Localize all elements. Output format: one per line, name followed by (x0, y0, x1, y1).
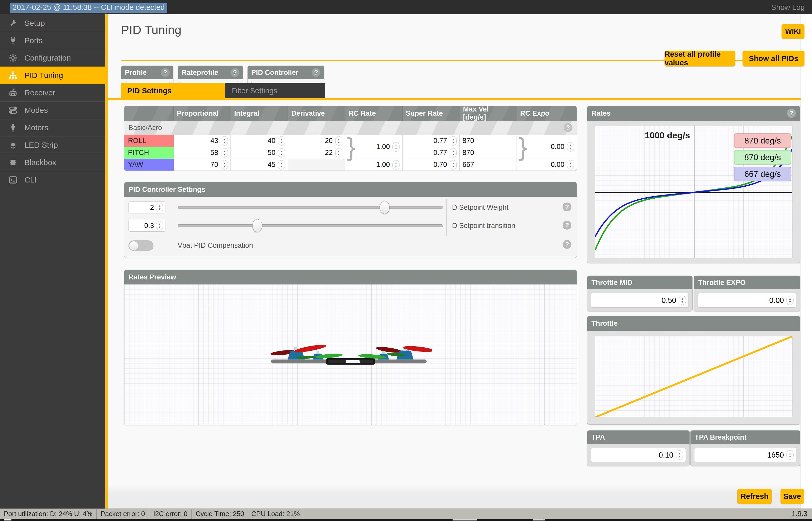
sidebar-item-receiver[interactable]: Receiver (0, 84, 105, 101)
sidebar-item-cli[interactable]: CLI (0, 171, 105, 188)
rates-preview-canvas[interactable] (124, 285, 577, 425)
sidebar-item-blackbox[interactable]: Blackbox (0, 154, 105, 171)
pid-table: Proportional Integral Derivative RC Rate… (124, 106, 577, 171)
stepper-icon[interactable]: ▴▾ (676, 450, 683, 460)
sidebar-item-label: Configuration (24, 53, 71, 62)
group-label: Basic/Acro (129, 124, 162, 132)
stepper-icon[interactable]: ▴▾ (567, 160, 574, 169)
stepper-icon[interactable]: ▴▾ (393, 142, 399, 152)
column-header-axis (124, 106, 174, 121)
stepper-icon[interactable]: ▴▾ (393, 160, 399, 169)
roll-d-input[interactable]: 20▴▾ (288, 135, 345, 146)
log-message: 2017-02-25 @ 11:58:38 -- CLI mode detect… (10, 3, 167, 13)
help-icon[interactable]: ? (312, 68, 321, 77)
tpa-input[interactable]: 0.10▴▾ (591, 448, 686, 462)
stepper-icon[interactable]: ▴▾ (787, 450, 793, 460)
sidebar-item-pid-tuning[interactable]: PID Tuning (0, 67, 105, 84)
panel-title: Throttle MID (591, 279, 632, 287)
pitch-p-input[interactable]: 58▴▾ (174, 146, 231, 159)
help-icon[interactable]: ? (231, 68, 239, 77)
help-icon[interactable]: ? (563, 240, 571, 249)
help-icon[interactable]: ? (161, 68, 170, 77)
slider-thumb[interactable] (380, 201, 390, 214)
pitch-super-rate-input[interactable]: 0.77▴▾ (403, 146, 460, 159)
stepper-icon[interactable]: ▴▾ (156, 221, 163, 230)
roll-i-input[interactable]: 40▴▾ (231, 135, 288, 146)
roll-super-rate-input[interactable]: 0.77▴▾ (403, 135, 460, 146)
sidebar: Setup Ports Configuration PID Tuning Rec… (0, 14, 105, 508)
sidebar-item-ports[interactable]: Ports (0, 32, 105, 49)
d-setpoint-transition-label: D Setpoint transition (452, 222, 515, 230)
d-setpoint-weight-input[interactable]: 2▴▾ (129, 202, 166, 213)
stepper-icon[interactable]: ▴▾ (278, 148, 285, 158)
toggle-knob (129, 241, 138, 250)
stepper-icon[interactable]: ▴▾ (450, 160, 457, 169)
rates-panel: Rates? 1000 deg/s 870 deg/s 870 deg/s 66… (587, 106, 800, 263)
stepper-icon[interactable]: ▴▾ (278, 160, 285, 169)
wiki-button[interactable]: WIKI (782, 24, 805, 39)
stepper-icon[interactable]: ▴▾ (278, 136, 285, 145)
bottom-window-edge (0, 519, 812, 521)
yaw-super-rate-input[interactable]: 0.70▴▾ (403, 159, 460, 171)
pid-controller-settings-panel: PID Controller Settings 2▴▾ D Setpoint W… (124, 182, 577, 258)
tab-filter-settings[interactable]: Filter Settings (225, 83, 325, 98)
roll-p-input[interactable]: 43▴▾ (174, 135, 231, 146)
stepper-icon[interactable]: ▴▾ (221, 148, 228, 158)
status-cpu-load: CPU Load: 21% (248, 509, 303, 519)
column-header-rc-expo: RC Expo (517, 106, 577, 121)
stepper-icon[interactable]: ▴▾ (221, 160, 228, 169)
d-setpoint-transition-input[interactable]: 0.3▴▾ (129, 220, 166, 232)
show-all-pids-button[interactable]: Show all PIDs (743, 51, 805, 66)
plug-icon (8, 36, 18, 45)
sidebar-item-led-strip[interactable]: LED Strip (0, 136, 105, 154)
sidebar-item-label: CLI (24, 176, 37, 184)
column-header-max-vel: Max Vel [deg/s] (460, 106, 517, 121)
d-setpoint-weight-slider[interactable] (178, 206, 443, 209)
sitemap-icon (8, 71, 18, 80)
sidebar-item-label: Blackbox (24, 158, 56, 167)
reset-all-profile-values-button[interactable]: Reset all profile values (664, 51, 735, 66)
tab-pid-settings[interactable]: PID Settings (121, 83, 225, 98)
save-button[interactable]: Save (781, 489, 804, 504)
yaw-i-input[interactable]: 45▴▾ (231, 159, 288, 171)
roll-max-vel-value: 870 (460, 135, 517, 146)
yaw-max-vel-value: 667 (460, 159, 517, 171)
stepper-icon[interactable]: ▴▾ (221, 136, 228, 145)
pitch-d-input[interactable]: 22▴▾ (288, 146, 345, 159)
throttle-mid-input[interactable]: 0.50▴▾ (591, 293, 689, 308)
refresh-button[interactable]: Refresh (737, 489, 772, 504)
column-header-proportional: Proportional (174, 106, 231, 121)
stepper-icon[interactable]: ▴▾ (450, 148, 457, 158)
sidebar-item-setup[interactable]: Setup (0, 14, 105, 32)
stepper-icon[interactable]: ▴▾ (567, 142, 574, 152)
throttle-expo-input[interactable]: 0.00▴▾ (698, 293, 796, 308)
value: 43 (211, 137, 218, 145)
stepper-icon[interactable]: ▴▾ (335, 148, 342, 158)
help-icon[interactable]: ? (787, 109, 796, 118)
vbat-pid-compensation-toggle[interactable] (129, 241, 153, 251)
scrollbar-track[interactable] (800, 14, 812, 508)
show-log-link[interactable]: Show Log (771, 3, 805, 12)
help-icon[interactable]: ? (563, 203, 571, 211)
sidebar-item-modes[interactable]: Modes (0, 101, 105, 119)
stepper-icon[interactable]: ▴▾ (335, 136, 342, 145)
help-icon[interactable]: ? (563, 221, 571, 230)
stepper-icon[interactable]: ▴▾ (679, 296, 686, 305)
sidebar-item-configuration[interactable]: Configuration (0, 49, 105, 67)
sidebar-item-motors[interactable]: Motors (0, 119, 105, 136)
stepper-icon[interactable]: ▴▾ (156, 203, 163, 212)
help-icon[interactable]: ? (564, 123, 572, 132)
d-setpoint-transition-slider[interactable] (178, 224, 443, 227)
tpa-breakpoint-input[interactable]: 1650▴▾ (694, 448, 796, 462)
value: 1.00 (376, 161, 390, 169)
roll-pitch-rc-rate-input[interactable]: }1.00▴▾ (345, 135, 403, 159)
panel-title: Throttle (591, 319, 618, 327)
roll-pitch-rc-expo-input[interactable]: }0.00▴▾ (517, 135, 577, 159)
pitch-i-input[interactable]: 50▴▾ (231, 146, 288, 159)
yaw-p-input[interactable]: 70▴▾ (174, 159, 231, 171)
slider-thumb[interactable] (252, 219, 262, 232)
value: 58 (211, 149, 218, 157)
stepper-icon[interactable]: ▴▾ (450, 136, 457, 145)
status-i2c-error: I2C error: 0 (149, 509, 192, 519)
stepper-icon[interactable]: ▴▾ (787, 296, 793, 305)
